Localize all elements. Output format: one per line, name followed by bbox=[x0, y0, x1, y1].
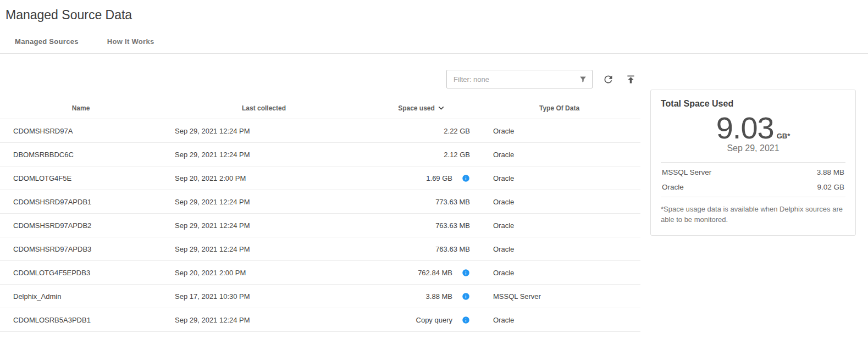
row-space-used: 3.88 MB bbox=[366, 292, 478, 301]
sort-chevron-down-icon[interactable] bbox=[436, 103, 446, 113]
total-space-used-card: Total Space Used 9.03 GB* Sep 29, 2021 M… bbox=[650, 90, 856, 236]
column-header-space-used[interactable]: Space used bbox=[366, 103, 478, 113]
row-type: Oracle bbox=[478, 316, 640, 324]
row-type: Oracle bbox=[478, 127, 640, 135]
breakdown-value: 3.88 MB bbox=[817, 168, 844, 176]
row-space-used-value: 1.69 GB bbox=[426, 174, 452, 182]
refresh-button[interactable] bbox=[601, 73, 615, 86]
row-name: Delphix_Admin bbox=[0, 292, 162, 301]
total-space-unit: GB* bbox=[777, 132, 790, 140]
row-last-collected: Sep 20, 2021 2:00 PM bbox=[162, 174, 366, 182]
card-title: Total Space Used bbox=[661, 99, 845, 109]
breakdown-row: MSSQL Server 3.88 MB bbox=[661, 165, 845, 180]
table-row[interactable]: CDOMLOTG4F5EPDB3 Sep 20, 2021 2:00 PM 76… bbox=[0, 261, 640, 285]
total-space-value: 9.03 bbox=[716, 110, 774, 146]
row-name: CDOMLOTG4F5EPDB3 bbox=[0, 269, 162, 277]
column-header-type-of-data[interactable]: Type Of Data bbox=[478, 104, 640, 112]
breakdown-label: Oracle bbox=[662, 183, 684, 191]
row-name: CDOMLOTG4F5E bbox=[0, 174, 162, 182]
table-row[interactable]: CDOMSHSRD97APDB2 Sep 29, 2021 12:24 PM 7… bbox=[0, 214, 640, 237]
breakdown-label: MSSQL Server bbox=[662, 168, 711, 176]
row-space-used: 762.84 MB bbox=[366, 269, 478, 277]
toolbar bbox=[0, 70, 640, 88]
table-row[interactable]: CDOMSHSRD97APDB1 Sep 29, 2021 12:24 PM 7… bbox=[0, 190, 640, 214]
row-space-used-value: 2.22 GB bbox=[444, 127, 470, 135]
row-last-collected: Sep 29, 2021 12:24 PM bbox=[162, 245, 366, 253]
row-name: CDOMLOSRB5A3PDB1 bbox=[0, 316, 162, 324]
row-last-collected: Sep 29, 2021 12:24 PM bbox=[162, 316, 366, 324]
table-header-row: Name Last collected Space used Type Of D… bbox=[0, 97, 640, 119]
tab-managed-sources[interactable]: Managed Sources bbox=[15, 37, 79, 53]
breakdown-list: MSSQL Server 3.88 MB Oracle 9.02 GB bbox=[661, 162, 845, 197]
row-space-used-value: Copy query bbox=[416, 316, 452, 324]
info-icon[interactable] bbox=[462, 292, 470, 301]
export-icon bbox=[625, 74, 637, 85]
row-type: Oracle bbox=[478, 174, 640, 182]
row-name: CDOMSHSRD97A bbox=[0, 127, 162, 135]
row-type: Oracle bbox=[478, 269, 640, 277]
row-last-collected: Sep 17, 2021 10:30 PM bbox=[162, 292, 366, 301]
column-header-space-used-label: Space used bbox=[398, 104, 435, 112]
row-name: DBOMSRBBDC6C bbox=[0, 151, 162, 159]
table-row[interactable]: CDOMSHSRD97A Sep 29, 2021 12:24 PM 2.22 … bbox=[0, 119, 640, 143]
row-type: Oracle bbox=[478, 221, 640, 230]
table-row[interactable]: Delphix_Admin Sep 17, 2021 10:30 PM 3.88… bbox=[0, 285, 640, 308]
tab-bar: Managed Sources How It Works bbox=[0, 37, 868, 53]
row-type: Oracle bbox=[478, 245, 640, 253]
row-space-used-value: 762.84 MB bbox=[418, 269, 452, 277]
table-section: Name Last collected Space used Type Of D… bbox=[0, 70, 640, 332]
table-body: CDOMSHSRD97A Sep 29, 2021 12:24 PM 2.22 … bbox=[0, 119, 640, 332]
total-space-date: Sep 29, 2021 bbox=[661, 143, 845, 153]
refresh-icon bbox=[602, 74, 614, 85]
tabs-divider bbox=[0, 53, 868, 54]
row-space-used-value: 763.63 MB bbox=[435, 221, 470, 230]
filter-box[interactable] bbox=[446, 70, 593, 88]
row-name: CDOMSHSRD97APDB1 bbox=[0, 198, 162, 206]
row-space-used-value: 3.88 MB bbox=[426, 292, 452, 301]
column-header-last-collected[interactable]: Last collected bbox=[162, 104, 366, 112]
row-space-used-value: 763.63 MB bbox=[435, 245, 470, 253]
column-header-name[interactable]: Name bbox=[0, 104, 162, 112]
table-row[interactable]: DBOMSRBBDC6C Sep 29, 2021 12:24 PM 2.12 … bbox=[0, 143, 640, 166]
table-row[interactable]: CDOMLOTG4F5E Sep 20, 2021 2:00 PM 1.69 G… bbox=[0, 166, 640, 190]
row-space-used-value: 773.63 MB bbox=[435, 198, 470, 206]
total-space-hero: 9.03 GB* bbox=[661, 110, 845, 146]
info-icon[interactable] bbox=[462, 174, 470, 182]
row-type: Oracle bbox=[478, 151, 640, 159]
row-space-used-value: 2.12 GB bbox=[444, 151, 470, 159]
page-title: Managed Source Data bbox=[0, 0, 868, 23]
managed-sources-table: Name Last collected Space used Type Of D… bbox=[0, 97, 640, 332]
row-name: CDOMSHSRD97APDB2 bbox=[0, 221, 162, 230]
info-icon[interactable] bbox=[462, 316, 470, 324]
table-row[interactable]: CDOMSHSRD97APDB3 Sep 29, 2021 12:24 PM 7… bbox=[0, 237, 640, 261]
filter-input[interactable] bbox=[454, 75, 578, 84]
row-last-collected: Sep 29, 2021 12:24 PM bbox=[162, 127, 366, 135]
breakdown-row: Oracle 9.02 GB bbox=[661, 180, 845, 194]
space-usage-footnote: *Space usage data is available when Delp… bbox=[661, 204, 845, 225]
breakdown-value: 9.02 GB bbox=[817, 183, 844, 191]
filter-funnel-icon[interactable] bbox=[578, 75, 588, 84]
row-space-used: 2.12 GB bbox=[366, 151, 478, 159]
row-space-used: 1.69 GB bbox=[366, 174, 478, 182]
tab-how-it-works[interactable]: How It Works bbox=[107, 37, 154, 53]
row-name: CDOMSHSRD97APDB3 bbox=[0, 245, 162, 253]
row-space-used: 773.63 MB bbox=[366, 198, 478, 206]
row-type: MSSQL Server bbox=[478, 292, 640, 301]
row-last-collected: Sep 29, 2021 12:24 PM bbox=[162, 221, 366, 230]
row-last-collected: Sep 29, 2021 12:24 PM bbox=[162, 198, 366, 206]
row-type: Oracle bbox=[478, 198, 640, 206]
row-space-used: 763.63 MB bbox=[366, 221, 478, 230]
row-last-collected: Sep 20, 2021 2:00 PM bbox=[162, 269, 366, 277]
row-space-used: 763.63 MB bbox=[366, 245, 478, 253]
row-space-used: Copy query bbox=[366, 316, 478, 324]
managed-source-data-page: Managed Source Data Managed Sources How … bbox=[0, 0, 868, 339]
info-icon[interactable] bbox=[462, 269, 470, 277]
export-button[interactable] bbox=[624, 73, 638, 86]
row-last-collected: Sep 29, 2021 12:24 PM bbox=[162, 151, 366, 159]
row-space-used: 2.22 GB bbox=[366, 127, 478, 135]
table-row[interactable]: CDOMLOSRB5A3PDB1 Sep 29, 2021 12:24 PM C… bbox=[0, 308, 640, 332]
